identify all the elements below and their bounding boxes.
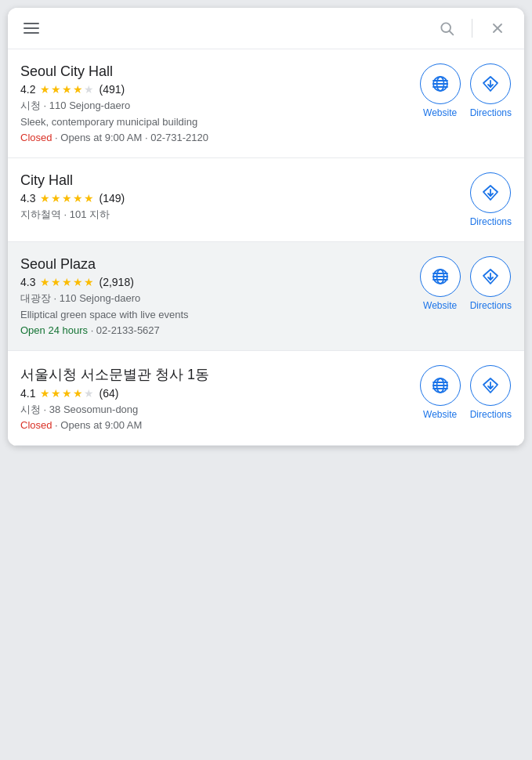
website-circle — [420, 256, 461, 297]
result-category: 시청 · 110 Sejong-daero — [20, 99, 414, 113]
globe-icon — [431, 376, 450, 395]
search-panel: Seoul City Hall 4.2 ★★★★★ (491) 시청 · 110… — [8, 8, 524, 446]
stars-row: ★★★★★ — [40, 83, 94, 96]
star-full: ★ — [51, 276, 61, 288]
result-status: Closed · Opens at 9:00 AM · 02-731-2120 — [20, 132, 414, 143]
rating-row: 4.3 ★★★★★ (149) — [20, 192, 464, 204]
website-circle — [420, 365, 461, 406]
result-info: City Hall 4.3 ★★★★★ (149) 지하철역 · 101 지하 — [20, 172, 464, 224]
star-half: ★ — [84, 192, 94, 204]
directions-icon — [481, 376, 500, 395]
star-full: ★ — [62, 192, 72, 204]
star-empty: ★ — [84, 83, 94, 96]
result-actions-container: Website Directions — [420, 256, 512, 311]
directions-circle — [470, 365, 511, 406]
directions-label: Directions — [470, 409, 512, 420]
rating-number: 4.3 — [20, 276, 35, 288]
rating-row: 4.3 ★★★★★ (2,918) — [20, 276, 414, 288]
menu-button[interactable] — [20, 20, 42, 37]
star-full: ★ — [40, 387, 50, 400]
star-full: ★ — [40, 192, 50, 204]
result-item-seosomun[interactable]: 서울시청 서소문별관 청사 1동 4.1 ★★★★★ (64) 시청 · 38 … — [8, 351, 524, 446]
website-label: Website — [423, 409, 457, 420]
star-full: ★ — [62, 387, 72, 400]
result-actions: Directions — [470, 172, 512, 227]
star-full: ★ — [51, 387, 61, 400]
result-name: Seoul City Hall — [20, 63, 414, 80]
result-item-seoul-city-hall[interactable]: Seoul City Hall 4.2 ★★★★★ (491) 시청 · 110… — [8, 49, 524, 158]
result-actions-container: Directions — [470, 172, 512, 227]
stars-row: ★★★★★ — [40, 192, 94, 204]
review-count: (64) — [99, 387, 118, 400]
result-category: 지하철역 · 101 지하 — [20, 208, 464, 222]
status-closed: Closed — [20, 419, 52, 431]
website-button[interactable]: Website — [420, 63, 461, 118]
star-full: ★ — [73, 83, 83, 96]
status-closed: Closed — [20, 132, 52, 143]
review-count: (149) — [99, 192, 125, 204]
results-list: Seoul City Hall 4.2 ★★★★★ (491) 시청 · 110… — [8, 49, 524, 446]
directions-label: Directions — [470, 107, 512, 118]
directions-icon — [481, 183, 500, 202]
result-category: 시청 · 38 Seosomun-dong — [20, 403, 414, 417]
star-full: ★ — [73, 387, 83, 400]
result-actions: Website Directions — [420, 256, 512, 311]
result-category: 대광장 · 110 Sejong-daero — [20, 291, 414, 306]
result-item-city-hall[interactable]: City Hall 4.3 ★★★★★ (149) 지하철역 · 101 지하 … — [8, 158, 524, 242]
result-info: 서울시청 서소문별관 청사 1동 4.1 ★★★★★ (64) 시청 · 38 … — [20, 365, 414, 431]
directions-circle — [470, 172, 511, 213]
directions-button[interactable]: Directions — [470, 172, 512, 227]
star-half: ★ — [84, 276, 94, 288]
rating-number: 4.3 — [20, 192, 35, 204]
search-bar — [8, 8, 524, 49]
directions-circle — [470, 63, 511, 104]
result-name: Seoul Plaza — [20, 256, 414, 273]
website-label: Website — [423, 107, 457, 118]
search-button[interactable] — [432, 17, 461, 39]
directions-icon — [481, 267, 500, 286]
search-icon — [439, 20, 454, 36]
close-icon — [490, 20, 505, 36]
globe-icon — [431, 74, 450, 93]
status-open: Open 24 hours — [20, 324, 88, 336]
status-suffix: · Opens at 9:00 AM — [52, 419, 142, 431]
directions-button[interactable]: Directions — [470, 63, 512, 118]
result-item-seoul-plaza[interactable]: Seoul Plaza 4.3 ★★★★★ (2,918) 대광장 · 110 … — [8, 242, 524, 351]
result-info: Seoul Plaza 4.3 ★★★★★ (2,918) 대광장 · 110 … — [20, 256, 414, 336]
result-actions: Website Directions — [420, 365, 512, 420]
website-circle — [420, 63, 461, 104]
website-label: Website — [423, 300, 457, 311]
directions-circle — [470, 256, 511, 297]
website-button[interactable]: Website — [420, 256, 461, 311]
website-button[interactable]: Website — [420, 365, 461, 420]
globe-icon — [431, 267, 450, 286]
result-actions-container: Website Directions — [420, 365, 512, 420]
review-count: (2,918) — [99, 276, 133, 288]
directions-button[interactable]: Directions — [470, 256, 512, 311]
star-empty: ★ — [84, 387, 94, 400]
directions-label: Directions — [470, 300, 512, 311]
rating-row: 4.1 ★★★★★ (64) — [20, 387, 414, 400]
result-actions: Website Directions — [420, 63, 512, 118]
directions-icon — [481, 74, 500, 93]
star-full: ★ — [73, 192, 83, 204]
star-full: ★ — [40, 276, 50, 288]
result-status: Open 24 hours · 02-2133-5627 — [20, 324, 414, 336]
star-full: ★ — [51, 192, 61, 204]
result-name: City Hall — [20, 172, 464, 189]
status-suffix: · Opens at 9:00 AM · 02-731-2120 — [52, 132, 208, 143]
result-name: 서울시청 서소문별관 청사 1동 — [20, 365, 414, 384]
stars-row: ★★★★★ — [40, 387, 94, 400]
result-actions-container: Website Directions — [420, 63, 512, 118]
status-suffix: · 02-2133-5627 — [88, 324, 160, 336]
rating-number: 4.2 — [20, 83, 35, 96]
rating-number: 4.1 — [20, 387, 35, 400]
divider — [472, 19, 472, 38]
star-full: ★ — [40, 83, 50, 96]
result-info: Seoul City Hall 4.2 ★★★★★ (491) 시청 · 110… — [20, 63, 414, 143]
svg-line-3 — [450, 31, 454, 35]
directions-button[interactable]: Directions — [470, 365, 512, 420]
star-full: ★ — [62, 83, 72, 96]
star-full: ★ — [62, 276, 72, 288]
close-button[interactable] — [483, 17, 512, 39]
